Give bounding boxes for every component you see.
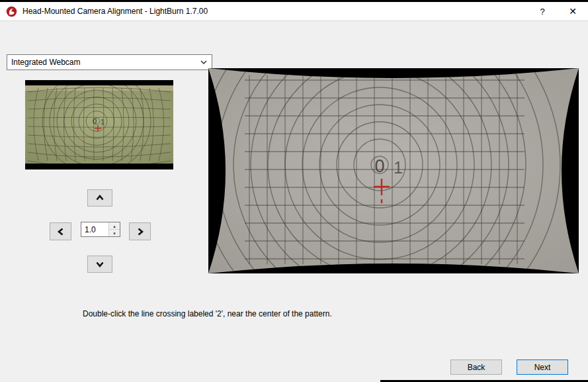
camera-preview: 0 1: [25, 80, 173, 169]
help-button[interactable]: ?: [531, 2, 554, 21]
nudge-amount-input[interactable]: [81, 222, 108, 236]
chevron-right-icon: [135, 226, 146, 237]
camera-select-value: Integrated Webcam: [11, 58, 81, 67]
nudge-up-button[interactable]: [87, 189, 112, 207]
nudge-amount-spinbox: ▴ ▾: [81, 222, 120, 237]
triangle-up-icon: ▴: [113, 224, 116, 228]
camera-alignment-dialog: Head-Mounted Camera Alignment - LightBur…: [0, 0, 588, 382]
pattern-center-label: 0: [374, 156, 384, 176]
next-button[interactable]: Next: [517, 359, 568, 375]
camera-select[interactable]: Integrated Webcam: [7, 54, 212, 70]
chevron-down-icon: [95, 259, 105, 269]
lightburn-logo-icon: [6, 6, 17, 17]
spin-up-button[interactable]: ▴: [109, 222, 120, 229]
calibration-view[interactable]: 0 1: [208, 68, 579, 273]
close-button[interactable]: ✕: [562, 2, 584, 21]
chevron-down-icon: [200, 60, 207, 64]
triangle-down-icon: ▾: [113, 231, 116, 236]
titlebar[interactable]: Head-Mounted Camera Alignment - LightBur…: [0, 2, 588, 21]
instruction-text: Double-click the line crossing labeled '…: [83, 309, 332, 318]
window-title: Head-Mounted Camera Alignment - LightBur…: [22, 7, 208, 16]
nudge-right-button[interactable]: [129, 222, 151, 240]
preview-center-label: 0: [93, 117, 97, 125]
spin-down-button[interactable]: ▾: [109, 229, 120, 236]
chevron-left-icon: [56, 226, 66, 237]
pattern-ring-label: 1: [394, 158, 403, 177]
preview-ring-label: 1: [101, 119, 105, 126]
back-button[interactable]: Back: [450, 359, 502, 375]
chevron-up-icon: [95, 193, 105, 203]
nudge-left-button[interactable]: [50, 222, 71, 240]
nudge-down-button[interactable]: [87, 256, 112, 273]
spinner-buttons: ▴ ▾: [108, 222, 120, 236]
